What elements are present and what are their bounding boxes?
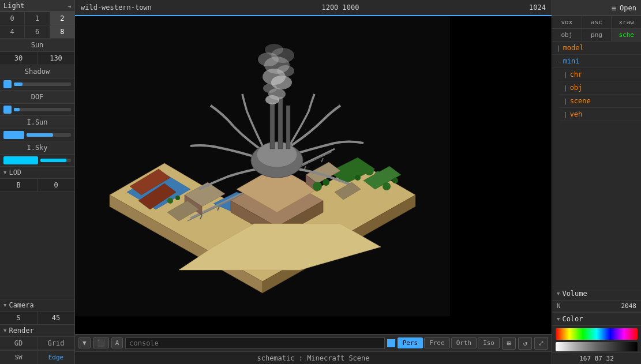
lod-label: LOD (9, 168, 21, 177)
orth-btn[interactable]: Orth (451, 337, 477, 348)
camera-label: Camera (9, 301, 33, 309)
svg-point-48 (342, 171, 350, 179)
reset-btn[interactable]: ↺ (518, 337, 532, 350)
dof-slider-handle[interactable] (3, 106, 12, 114)
sun-values: 30 130 (0, 52, 74, 65)
tree-label-obj: obj (570, 84, 583, 92)
camera-icon: ⬛ (97, 339, 105, 347)
lod-collapse-icon[interactable]: ▼ (3, 170, 6, 175)
shadow-slider-row (0, 78, 74, 91)
tab-xraw[interactable]: xraw (612, 16, 641, 28)
num-8[interactable]: 8 (50, 25, 74, 38)
tree-item-model[interactable]: | model (552, 42, 641, 55)
tree-label-mini: mini (563, 57, 580, 65)
tree-label-chr: chr (570, 70, 583, 78)
format-tabs-2: obj png sche (552, 29, 641, 42)
camera-collapse-icon[interactable]: ▼ (3, 302, 6, 308)
status-text: schematic : Minecraft Scene (257, 354, 369, 362)
svg-point-54 (167, 198, 173, 204)
left-spacer (0, 192, 74, 299)
color-shades[interactable] (556, 342, 638, 351)
left-panel: Light ◄ 0 1 2 4 6 8 Sun 30 130 Shadow DO… (0, 0, 75, 364)
camera-val[interactable]: 45 (38, 312, 74, 324)
fullscreen-btn[interactable]: ⤢ (534, 337, 548, 350)
grid-btn[interactable]: ⊞ (502, 337, 516, 350)
left-collapse-arrow[interactable]: ◄ (68, 3, 71, 9)
lod-b[interactable]: B (0, 179, 38, 192)
camera-s[interactable]: S (0, 312, 38, 324)
console-input[interactable] (125, 337, 384, 349)
dof-track[interactable] (14, 108, 71, 111)
bottom-row: SW Edge (0, 350, 74, 364)
bottom-edge[interactable]: Edge (38, 351, 74, 364)
tree-label-scene: scene (570, 97, 591, 105)
bottom-sw[interactable]: SW (0, 351, 38, 364)
shadow-track[interactable] (14, 82, 71, 86)
free-btn[interactable]: Free (424, 337, 450, 348)
volume-collapse-icon[interactable]: ▼ (557, 291, 560, 297)
num-2[interactable]: 2 (50, 12, 74, 25)
tab-png[interactable]: png (582, 29, 612, 41)
tree-item-veh[interactable]: | veh (559, 108, 641, 121)
tree-item-obj[interactable]: | obj (559, 81, 641, 95)
color-section: ▼ Color 167 87 32 (552, 312, 641, 364)
left-header: Light ◄ (0, 0, 74, 12)
color-values: 167 87 32 (552, 352, 641, 364)
tree-pipe-veh: | (564, 111, 568, 118)
tree-pipe-obj: | (564, 84, 568, 92)
isun-slider-fill[interactable] (3, 131, 24, 139)
volume-n-value[interactable]: 2048 (563, 302, 636, 310)
tree-item-chr[interactable]: | chr (559, 68, 641, 81)
camera-section: ▼ Camera S 45 (0, 299, 74, 325)
tree-label-veh: veh (570, 110, 583, 118)
view-down-btn[interactable]: ▼ (78, 337, 91, 348)
svg-point-42 (265, 44, 283, 55)
camera-btn[interactable]: ⬛ (93, 337, 109, 348)
tree-item-scene[interactable]: | scene (559, 95, 641, 108)
num-row-2: 4 6 8 (0, 25, 74, 39)
svg-rect-30 (270, 103, 275, 149)
a-btn[interactable]: A (111, 337, 123, 348)
isky-fill (40, 159, 66, 162)
menu-icon[interactable]: ≡ (612, 3, 616, 13)
tab-vox[interactable]: vox (552, 16, 582, 28)
lod-val[interactable]: 0 (38, 179, 74, 192)
isun-fill (27, 133, 53, 137)
pers-btn[interactable]: Pers (398, 337, 423, 348)
isky-label: I.Sky (0, 141, 74, 155)
render-gd[interactable]: GD (0, 337, 38, 350)
isky-track[interactable] (40, 159, 71, 162)
num-4[interactable]: 4 (0, 25, 25, 38)
svg-point-47 (323, 179, 329, 186)
tab-asc[interactable]: asc (582, 16, 612, 28)
render-label: Render (9, 327, 33, 335)
tree-item-mini[interactable]: - mini (552, 55, 641, 68)
left-panel-title: Light (3, 2, 24, 10)
tree-pipe-scene: | (564, 97, 568, 105)
sun-val-2[interactable]: 130 (38, 52, 74, 65)
blue-indicator (387, 339, 395, 347)
render-collapse-icon[interactable]: ▼ (3, 328, 6, 333)
view-buttons: Pers Free Orth Iso (398, 337, 500, 348)
color-gradient[interactable] (556, 328, 638, 340)
num-6[interactable]: 6 (25, 25, 50, 38)
isun-track[interactable] (27, 133, 71, 137)
color-collapse-icon[interactable]: ▼ (557, 316, 560, 322)
scene-svg (75, 16, 450, 316)
num-1[interactable]: 1 (25, 12, 50, 25)
render-options: GD Grid (0, 337, 74, 350)
render-grid[interactable]: Grid (38, 337, 74, 350)
sun-val-1[interactable]: 30 (0, 52, 38, 65)
arrow-down-icon: ▼ (83, 339, 87, 347)
status-bar: schematic : Minecraft Scene (75, 351, 552, 364)
iso-btn[interactable]: Iso (478, 337, 500, 348)
viewport (75, 16, 552, 334)
shadow-slider-handle[interactable] (3, 80, 12, 88)
tab-obj[interactable]: obj (552, 29, 582, 41)
isky-slider-fill[interactable] (3, 156, 38, 164)
svg-point-53 (392, 178, 398, 183)
top-bar-dims: 1200 1000 (321, 3, 359, 12)
top-bar: wild-western-town 1200 1000 1024 (75, 0, 552, 16)
num-0[interactable]: 0 (0, 12, 25, 25)
tab-sche[interactable]: sche (612, 29, 641, 41)
